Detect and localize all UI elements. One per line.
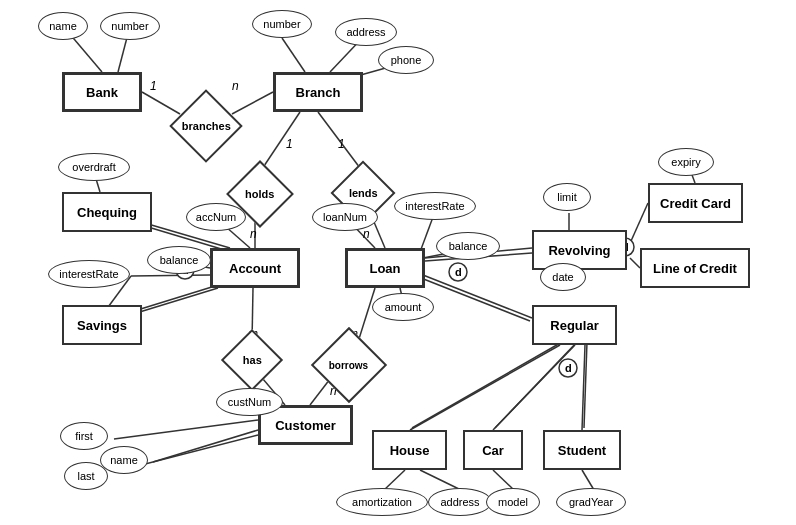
svg-line-36	[495, 342, 577, 428]
house-amortization-label: amortization	[352, 496, 412, 508]
regular-label: Regular	[550, 318, 598, 333]
house-amortization-attr: amortization	[336, 488, 428, 516]
creditcard-entity: Credit Card	[648, 183, 743, 223]
customer-label: Customer	[275, 418, 336, 433]
lends-label: lends	[349, 187, 378, 199]
svg-text:d: d	[565, 362, 572, 374]
student-gradyear-label: gradYear	[569, 496, 613, 508]
customer-custnum-attr: custNum	[216, 388, 283, 416]
customer-first-attr: first	[60, 422, 108, 450]
svg-point-57	[559, 359, 577, 377]
account-accnum-label: accNum	[196, 211, 236, 223]
svg-line-40	[420, 470, 461, 490]
loan-amount-attr: amount	[372, 293, 434, 321]
house-address-label: address	[440, 496, 479, 508]
customer-last-attr: last	[64, 462, 108, 490]
svg-line-8	[318, 112, 363, 172]
er-diagram: d d d d 1 n 1 1 n n m m n n Bank Branch …	[0, 0, 796, 525]
lineofcredit-label: Line of Credit	[653, 261, 737, 276]
bank-entity: Bank	[62, 72, 142, 112]
customer-last-label: last	[77, 470, 94, 482]
house-entity: House	[372, 430, 447, 470]
overdraft-attr: overdraft	[58, 153, 130, 181]
revolving-entity: Revolving	[532, 230, 627, 270]
svg-line-4	[282, 38, 305, 72]
loan-balance-label: balance	[449, 240, 488, 252]
savings-entity: Savings	[62, 305, 142, 345]
svg-line-39	[384, 470, 405, 490]
chequing-entity: Chequing	[62, 192, 152, 232]
overdraft-label: overdraft	[72, 161, 115, 173]
account-balance-label: balance	[160, 254, 199, 266]
chequing-label: Chequing	[77, 205, 137, 220]
svg-text:n: n	[232, 79, 239, 93]
svg-line-33	[410, 345, 560, 430]
student-entity: Student	[543, 430, 621, 470]
account-entity: Account	[210, 248, 300, 288]
svg-text:n: n	[363, 227, 370, 241]
branches-label: branches	[182, 120, 231, 132]
bank-label: Bank	[86, 85, 118, 100]
customer-name-label: name	[110, 454, 138, 466]
loan-interestrate-label: interestRate	[405, 200, 464, 212]
car-model-label: model	[498, 496, 528, 508]
svg-line-26	[423, 275, 532, 318]
house-address-attr: address	[428, 488, 492, 516]
revolving-date-label: date	[552, 271, 573, 283]
lineofcredit-entity: Line of Credit	[640, 248, 750, 288]
branch-entity: Branch	[273, 72, 363, 112]
svg-line-38	[584, 342, 587, 428]
svg-text:1: 1	[338, 137, 345, 151]
account-interestrate-attr: interestRate	[48, 260, 130, 288]
account-accnum-attr: accNum	[186, 203, 246, 231]
svg-text:1: 1	[286, 137, 293, 151]
branch-number-label: number	[263, 18, 300, 30]
car-label: Car	[482, 443, 504, 458]
svg-line-49	[153, 430, 258, 462]
loan-balance-attr: balance	[436, 232, 500, 260]
svg-line-27	[421, 278, 530, 321]
svg-text:n: n	[250, 227, 257, 241]
revolving-label: Revolving	[548, 243, 610, 258]
loan-label: Loan	[369, 261, 400, 276]
holds-label: holds	[245, 188, 274, 200]
svg-line-41	[493, 470, 514, 490]
svg-point-53	[449, 263, 467, 281]
branch-number-attr: number	[252, 10, 312, 38]
account-interestrate-label: interestRate	[59, 268, 118, 280]
customer-name-attr: name	[100, 446, 148, 474]
creditcard-expiry-label: expiry	[671, 156, 700, 168]
loan-amount-label: amount	[385, 301, 422, 313]
branch-phone-attr: phone	[378, 46, 434, 74]
has-label: has	[243, 354, 262, 366]
borrows-label: borrows	[329, 359, 368, 370]
regular-entity: Regular	[532, 305, 617, 345]
branches-relationship: branches	[169, 89, 243, 163]
bank-name-attr: name	[38, 12, 88, 40]
svg-line-37	[582, 345, 585, 430]
svg-line-48	[114, 420, 258, 439]
creditcard-expiry-attr: expiry	[658, 148, 714, 176]
svg-line-7	[260, 112, 300, 172]
branch-address-attr: address	[335, 18, 397, 46]
svg-line-13	[131, 275, 210, 276]
savings-label: Savings	[77, 318, 127, 333]
has-relationship: has	[221, 329, 283, 391]
revolving-date-attr: date	[540, 263, 586, 291]
revolving-limit-label: limit	[557, 191, 577, 203]
svg-line-31	[630, 258, 640, 268]
svg-line-45	[358, 288, 375, 342]
svg-line-35	[493, 345, 575, 430]
branch-label: Branch	[296, 85, 341, 100]
account-balance-attr: balance	[147, 246, 211, 274]
student-label: Student	[558, 443, 606, 458]
car-model-attr: model	[486, 488, 540, 516]
creditcard-label: Credit Card	[660, 196, 731, 211]
car-entity: Car	[463, 430, 523, 470]
loan-loannum-attr: loanNum	[312, 203, 378, 231]
customer-first-label: first	[75, 430, 93, 442]
borrows-relationship: borrows	[311, 327, 387, 403]
loan-entity: Loan	[345, 248, 425, 288]
svg-text:d: d	[455, 266, 462, 278]
loan-loannum-label: loanNum	[323, 211, 367, 223]
